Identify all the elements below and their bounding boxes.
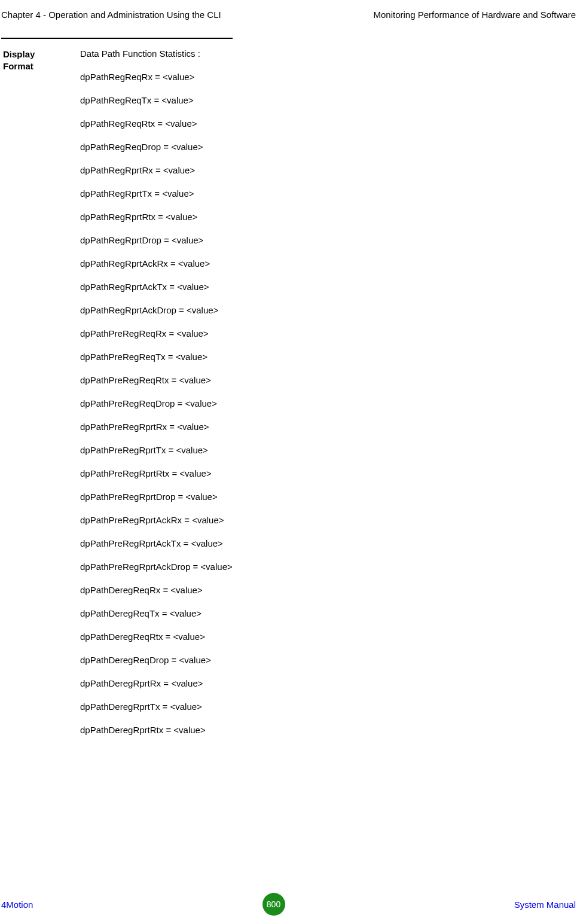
- label-line1: Display: [3, 48, 72, 60]
- stat-line: dpPathDeregReqRtx = <value>: [80, 632, 233, 642]
- stat-line: dpPathPreRegReqRx = <value>: [80, 328, 233, 339]
- stat-line: dpPathRegRprtRtx = <value>: [80, 212, 233, 222]
- stat-line: dpPathDeregReqTx = <value>: [80, 608, 233, 618]
- stat-line: dpPathRegRprtTx = <value>: [80, 188, 233, 199]
- stat-line: dpPathRegRprtAckRx = <value>: [80, 258, 233, 269]
- stat-line: dpPathPreRegReqRtx = <value>: [80, 375, 233, 385]
- stat-line: dpPathRegReqRtx = <value>: [80, 118, 233, 129]
- stats-container: dpPathRegReqRx = <value>dpPathRegReqTx =…: [80, 72, 233, 735]
- page-number-badge: 800: [262, 893, 285, 916]
- stat-line: dpPathRegReqRx = <value>: [80, 72, 233, 82]
- stat-line: dpPathRegReqTx = <value>: [80, 95, 233, 105]
- footer: 4Motion 800 System Manual: [0, 893, 577, 916]
- stat-line: dpPathRegReqDrop = <value>: [80, 142, 233, 152]
- header-left: Chapter 4 - Operation and Administration…: [0, 10, 221, 20]
- stat-line: dpPathPreRegRprtAckRx = <value>: [80, 515, 233, 525]
- stat-line: dpPathPreRegRprtDrop = <value>: [80, 492, 233, 502]
- stat-line: dpPathDeregReqRx = <value>: [80, 585, 233, 595]
- stat-line: dpPathRegRprtAckTx = <value>: [80, 282, 233, 292]
- label-line2: Format: [3, 60, 72, 72]
- stat-line: dpPathRegRprtAckDrop = <value>: [80, 305, 233, 315]
- stat-line: dpPathPreRegReqDrop = <value>: [80, 398, 233, 408]
- stat-line: dpPathRegRprtRx = <value>: [80, 165, 233, 175]
- stats-title: Data Path Function Statistics :: [80, 48, 233, 59]
- stat-line: dpPathDeregReqDrop = <value>: [80, 655, 233, 665]
- label-cell: Display Format: [1, 38, 72, 73]
- header: Chapter 4 - Operation and Administration…: [0, 0, 577, 38]
- stat-line: dpPathDeregRprtRtx = <value>: [80, 725, 233, 735]
- stat-line: dpPathPreRegRprtAckDrop = <value>: [80, 562, 233, 572]
- footer-left: 4Motion: [1, 899, 33, 910]
- header-right: Monitoring Performance of Hardware and S…: [374, 10, 578, 20]
- stat-line: dpPathDeregRprtRx = <value>: [80, 678, 233, 688]
- stats-cell: Data Path Function Statistics : dpPathRe…: [72, 38, 233, 748]
- stat-line: dpPathPreRegReqTx = <value>: [80, 352, 233, 362]
- stat-line: dpPathPreRegRprtTx = <value>: [80, 445, 233, 455]
- stat-line: dpPathRegRprtDrop = <value>: [80, 235, 233, 245]
- content-row: Display Format Data Path Function Statis…: [0, 38, 577, 748]
- stat-line: dpPathDeregRprtTx = <value>: [80, 702, 233, 712]
- stat-line: dpPathPreRegRprtRtx = <value>: [80, 468, 233, 478]
- stat-line: dpPathPreRegRprtRx = <value>: [80, 422, 233, 432]
- stat-line: dpPathPreRegRprtAckTx = <value>: [80, 538, 233, 548]
- footer-right: System Manual: [514, 899, 576, 910]
